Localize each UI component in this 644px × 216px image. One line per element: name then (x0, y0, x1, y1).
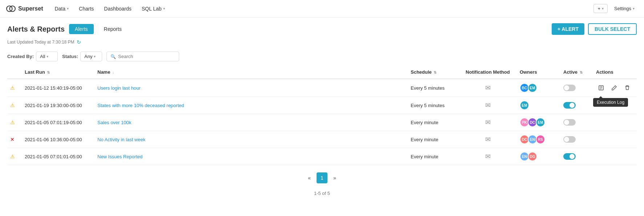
col-owners-header: Owners (517, 66, 560, 79)
sort-icon: ⇅ (434, 70, 436, 74)
table-row: ⚠2021-01-12 15:40:19-05:00Users login la… (7, 79, 637, 97)
page-title: Alerts & Reports (7, 25, 65, 33)
avatar: DG (528, 152, 537, 161)
mail-icon: ✉ (485, 84, 491, 91)
alerts-table: Last Run ⇅ Name ↓ Schedule ⇅ Notificatio… (7, 66, 637, 165)
status-select[interactable]: Any ▾ (80, 52, 102, 61)
chevron-down-icon: ▾ (633, 7, 635, 11)
tab-alerts[interactable]: Alerts (69, 24, 94, 34)
execution-log-tooltip: Execution Log (593, 98, 628, 107)
nav-sqllab[interactable]: SQL Lab ▾ (137, 4, 169, 14)
created-by-filter: Created By: All ▾ (7, 52, 58, 61)
col-schedule-header[interactable]: Schedule ⇅ (408, 66, 459, 79)
name-cell[interactable]: States with more 10% deceased reported (94, 97, 408, 114)
bulk-select-button[interactable]: BULK SELECT (588, 23, 637, 35)
name-cell[interactable]: No Activity in last week (94, 131, 408, 148)
filters-bar: Created By: All ▾ Status: Any ▾ 🔍 (0, 49, 644, 66)
schedule-cell: Every 5 minutes (408, 97, 459, 114)
notification-method-cell: ✉ (459, 131, 517, 148)
nav-plus-button[interactable]: + ▾ (593, 4, 608, 13)
active-toggle[interactable] (563, 153, 576, 160)
name-cell[interactable]: New Issues Reported (94, 148, 408, 165)
col-name-header[interactable]: Name ↓ (94, 66, 408, 79)
sort-icon: ↓ (112, 70, 114, 74)
alerts-table-container: Last Run ⇅ Name ↓ Schedule ⇅ Notificatio… (0, 66, 644, 165)
status-icon: ⚠ (10, 119, 15, 125)
nav-settings-button[interactable]: Settings ▾ (611, 4, 638, 13)
mail-icon: ✉ (485, 102, 491, 109)
active-toggle[interactable] (563, 85, 576, 91)
status-cell: ⚠ (7, 79, 22, 97)
status-icon: ⚠ (10, 154, 15, 159)
delete-button[interactable] (622, 83, 632, 93)
nav-right: + ▾ Settings ▾ (593, 4, 638, 13)
chevron-down-icon: ▾ (163, 7, 165, 11)
actions-cell (593, 131, 637, 148)
avatar: EM (528, 83, 537, 93)
last-run-cell: 2021-01-12 15:40:19-05:00 (22, 79, 94, 97)
avatar: RS (536, 135, 545, 144)
created-by-select[interactable]: All ▾ (36, 52, 58, 61)
active-toggle[interactable] (563, 136, 576, 143)
col-lastrun-header[interactable]: Last Run ⇅ (22, 66, 94, 79)
notification-method-cell: ✉ (459, 97, 517, 114)
search-box: 🔍 (106, 52, 179, 61)
actions-cell (593, 114, 637, 131)
edit-button[interactable] (609, 83, 619, 93)
name-cell[interactable]: Sales over 100k (94, 114, 408, 131)
nav-charts[interactable]: Charts (75, 4, 98, 14)
mail-icon: ✉ (485, 119, 491, 126)
owners-cell: DCENRS (517, 131, 560, 148)
logo[interactable]: Superset (6, 4, 43, 14)
pagination-prev[interactable]: « (305, 174, 314, 182)
table-body: ⚠2021-01-12 15:40:19-05:00Users login la… (7, 79, 637, 165)
avatar: EM (520, 101, 529, 110)
mail-icon: ✉ (485, 136, 491, 143)
tab-reports[interactable]: Reports (98, 24, 128, 34)
nav-dashboards[interactable]: Dashboards (100, 4, 136, 14)
search-input[interactable] (118, 54, 175, 59)
page-header: Alerts & Reports Alerts Reports + ALERT … (0, 17, 644, 38)
schedule-cell: Every minute (408, 148, 459, 165)
avatar: EM (536, 118, 545, 127)
owners-cell: BCEM (517, 79, 560, 97)
active-cell (560, 97, 593, 114)
owners-cell: PKDCEM (517, 114, 560, 131)
last-run-cell: 2021-01-05 07:01:01-05:00 (22, 148, 94, 165)
actions-cell: Execution Log (593, 79, 637, 97)
status-icon: ✕ (10, 136, 15, 142)
col-actions-header: Actions (593, 66, 637, 79)
schedule-cell: Every minute (408, 131, 459, 148)
sort-icon: ⇅ (47, 70, 50, 74)
refresh-icon[interactable]: ↻ (77, 39, 81, 45)
name-cell[interactable]: Users login last hour (94, 79, 408, 97)
pagination-page-1[interactable]: 1 (317, 172, 327, 183)
execution-log-button[interactable] (596, 83, 606, 93)
status-cell: ⚠ (7, 114, 22, 131)
table-header-row: Last Run ⇅ Name ↓ Schedule ⇅ Notificatio… (7, 66, 637, 79)
pagination-count: 1-5 of 5 (0, 191, 644, 200)
chevron-down-icon: ▾ (94, 54, 96, 58)
notification-method-cell: ✉ (459, 79, 517, 97)
nav-data[interactable]: Data ▾ (50, 4, 73, 14)
schedule-cell: Every 5 minutes (408, 79, 459, 97)
col-active-header[interactable]: Active ⇅ (560, 66, 593, 79)
active-cell (560, 148, 593, 165)
page-header-left: Alerts & Reports Alerts Reports (7, 24, 128, 34)
owners-cell: ENDG (517, 148, 560, 165)
table-row: ⚠2021-01-05 07:01:19-05:00Sales over 100… (7, 114, 637, 131)
pagination-next[interactable]: » (330, 174, 339, 182)
active-toggle[interactable] (563, 119, 576, 126)
status-label: Status: (62, 54, 78, 59)
active-cell (560, 131, 593, 148)
add-alert-button[interactable]: + ALERT (552, 23, 584, 35)
last-run-cell: 2021-01-05 07:01:19-05:00 (22, 114, 94, 131)
mail-icon: ✉ (485, 153, 491, 160)
active-toggle[interactable] (563, 102, 576, 109)
sort-icon: ⇅ (580, 70, 583, 74)
active-cell (560, 79, 593, 97)
col-notif-header: Notification Method (459, 66, 517, 79)
status-icon: ⚠ (10, 85, 15, 91)
chevron-down-icon: ▾ (67, 7, 69, 11)
last-run-cell: 2021-01-06 10:36:00-05:00 (22, 131, 94, 148)
